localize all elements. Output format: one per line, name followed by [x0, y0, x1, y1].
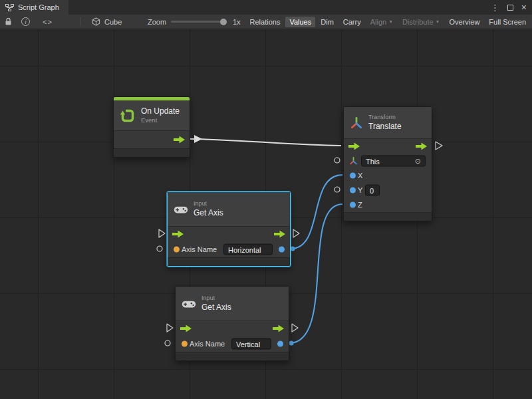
y-input-port[interactable] [350, 188, 356, 194]
this-row: This ⊙ [344, 154, 432, 168]
value-port-marker[interactable] [334, 158, 340, 163]
wire-vertical-to-z[interactable] [289, 204, 342, 343]
flow-output-port[interactable] [416, 143, 427, 150]
flow-input-port[interactable] [172, 231, 184, 238]
y-label: Y [358, 186, 362, 194]
value-port-marker[interactable] [165, 340, 170, 346]
wire-on-update-to-translate[interactable] [190, 139, 341, 146]
graph-canvas[interactable]: On Update Event [0, 29, 532, 399]
node-title: Get Axis [201, 303, 231, 313]
flow-row [176, 321, 289, 336]
dim-button[interactable]: Dim [317, 17, 338, 27]
node-category: Transform [368, 114, 402, 121]
value-output-port[interactable] [279, 247, 285, 253]
axis-name-field[interactable]: Vertical [231, 338, 271, 350]
wire-horizontal-to-x[interactable] [291, 175, 342, 249]
x-row: X [344, 168, 432, 183]
titlebar: Script Graph ⋮ × [0, 0, 532, 15]
tab-script-graph[interactable]: Script Graph [0, 0, 68, 15]
distribute-label: Distribute [402, 18, 433, 26]
zoom-slider-handle[interactable] [220, 19, 227, 25]
node-footer [344, 212, 432, 221]
x-input-port[interactable] [350, 173, 356, 179]
flow-port-marker[interactable] [293, 229, 299, 237]
value-port-marker[interactable] [334, 187, 340, 192]
value-output-port[interactable] [277, 341, 283, 347]
node-translate[interactable]: Transform Translate [343, 106, 432, 221]
window-menu-icon[interactable]: ⋮ [491, 3, 499, 12]
axis-name-field[interactable]: Horizontal [223, 244, 273, 255]
script-graph-icon [5, 4, 14, 11]
axis-name-label: Axis Name [190, 340, 225, 348]
flow-port-marker[interactable] [159, 229, 165, 237]
z-row: Z [344, 198, 432, 212]
axis-name-row: Axis Name Horizontal [168, 241, 290, 257]
node-header: Transform Translate [344, 107, 432, 139]
close-icon[interactable]: × [521, 3, 527, 12]
flow-input-port[interactable] [180, 325, 192, 332]
this-value: This [366, 157, 380, 165]
flow-output-port[interactable] [174, 136, 185, 144]
gamepad-icon [182, 299, 196, 309]
align-label: Align [370, 18, 386, 26]
node-on-update[interactable]: On Update Event [113, 96, 190, 158]
flow-output-port[interactable] [274, 231, 285, 238]
wire-endpoint-dot [291, 247, 295, 251]
distribute-button[interactable]: Distribute ▼ [398, 17, 444, 27]
overview-button[interactable]: Overview [446, 17, 484, 27]
node-footer [168, 257, 290, 266]
info-icon[interactable]: i [21, 15, 30, 29]
value-port-marker[interactable] [157, 246, 162, 251]
wire-arrowhead [194, 135, 202, 143]
full-screen-button[interactable]: Full Screen [485, 17, 530, 27]
zoom-value: 1x [233, 15, 241, 29]
flow-port-marker[interactable] [292, 324, 298, 332]
relations-button[interactable]: Relations [246, 17, 285, 27]
wire-endpoint-dot [289, 341, 294, 346]
z-label: Z [358, 201, 362, 209]
axis-name-row: Axis Name Vertical [176, 336, 289, 352]
node-subtitle: Event [141, 116, 180, 124]
window-controls: ⋮ × [491, 0, 527, 15]
flow-input-port[interactable] [348, 143, 360, 150]
distribute-caret-icon: ▼ [436, 19, 440, 24]
transform-icon [350, 116, 363, 130]
node-category: Input [201, 295, 231, 302]
zoom-slider[interactable] [171, 15, 227, 29]
node-get-axis-vertical[interactable]: Input Get Axis Axis Name Vertical [175, 286, 289, 361]
script-graph-window: Script Graph ⋮ × i <> Cube Zoom [0, 0, 532, 399]
node-header: On Update Event [114, 100, 190, 131]
cube-icon [92, 17, 100, 26]
flow-port-marker[interactable] [436, 142, 442, 150]
values-button[interactable]: Values [285, 17, 315, 27]
code-glyph: <> [43, 18, 53, 26]
flow-row [344, 139, 432, 154]
graph-target[interactable]: Cube [92, 15, 122, 29]
flow-port-marker[interactable] [167, 324, 173, 332]
flow-row [168, 227, 290, 241]
axis-name-input-port[interactable] [182, 341, 188, 347]
axis-name-label: Axis Name [182, 245, 217, 253]
on-update-icon [120, 108, 136, 124]
toolbar-buttons: Relations Values Dim Carry Align ▼ Distr… [246, 15, 530, 29]
toolbar: i <> Cube Zoom 1x Relations Values Dim C… [0, 15, 532, 29]
carry-button[interactable]: Carry [339, 17, 365, 27]
toolbar-separator [80, 15, 80, 29]
maximize-icon[interactable] [507, 5, 513, 11]
lock-icon[interactable] [5, 15, 12, 29]
object-picker-icon[interactable]: ⊙ [415, 157, 421, 166]
flow-output-port[interactable] [273, 325, 284, 332]
this-object-field[interactable]: This ⊙ [361, 156, 426, 167]
node-title: Get Axis [194, 208, 223, 218]
axis-name-input-port[interactable] [174, 247, 180, 253]
z-input-port[interactable] [350, 202, 356, 208]
x-label: X [358, 172, 362, 180]
code-view-icon[interactable]: <> [43, 15, 53, 29]
zoom-slider-track[interactable] [171, 21, 227, 23]
align-button[interactable]: Align ▼ [366, 17, 397, 27]
y-row: Y 0 [344, 183, 432, 198]
node-header: Input Get Axis [176, 287, 289, 321]
tab-title: Script Graph [18, 3, 59, 11]
y-value-field[interactable]: 0 [365, 185, 380, 196]
node-get-axis-horizontal[interactable]: Input Get Axis Axis Name Horizontal [167, 192, 291, 267]
